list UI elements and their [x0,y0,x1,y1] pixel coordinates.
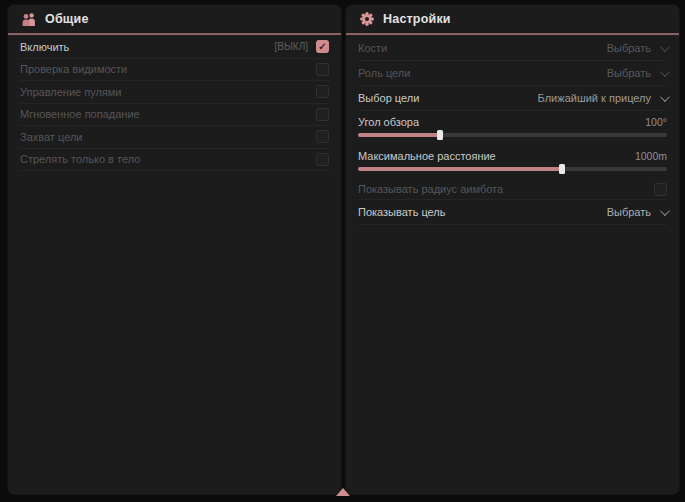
row-instant-hit: Мгновенное попадание [20,104,329,127]
fov-slider-fill [358,133,440,137]
row-bullet-control: Управление пулями [20,81,329,104]
visibility-check-checkbox[interactable] [316,63,329,76]
row-label: Стрелять только в тело [20,153,140,165]
row-label: Включить [20,41,69,53]
row-fov: Угол обзора 100° [358,111,667,145]
row-label: Показывать радиус аимбота [358,183,503,195]
body-only-checkbox[interactable] [316,153,329,166]
show-target-dropdown[interactable]: Выбрать [607,206,667,218]
fov-slider[interactable] [358,133,667,137]
row-label: Кости [358,42,387,54]
enable-checkbox[interactable]: ✓ [316,40,329,53]
chevron-down-icon [660,42,670,52]
chevron-down-icon [660,67,670,77]
row-label: Угол обзора [358,116,419,128]
users-icon [20,11,37,28]
target-role-dropdown[interactable]: Выбрать [607,67,667,79]
check-icon: ✓ [318,41,326,51]
row-max-distance: Максимальное расстояние 1000m [358,145,667,179]
scroll-up-indicator[interactable] [336,488,350,496]
panel-settings-header: Настройки [346,5,679,33]
row-target-role: Роль цели Выбрать [358,61,667,86]
row-bones: Кости Выбрать [358,36,667,61]
row-label: Захват цели [20,131,82,143]
bones-dropdown[interactable]: Выбрать [607,42,667,54]
gear-icon [358,11,375,28]
panel-title: Общие [45,12,89,26]
bullet-control-checkbox[interactable] [316,85,329,98]
row-label: Роль цели [358,67,410,79]
row-target-lock: Захват цели [20,126,329,149]
panel-title: Настройки [383,12,451,26]
fov-value: 100° [645,116,667,128]
row-show-target: Показывать цель Выбрать [358,200,667,225]
max-distance-slider-thumb[interactable] [559,164,565,174]
row-label: Выбор цели [358,92,419,104]
row-visibility-check: Проверка видимости [20,59,329,82]
max-distance-value: 1000m [635,150,667,162]
panel-general-header: Общие [8,5,341,33]
row-show-aimbot-radius: Показывать радиус аимбота [358,179,667,200]
show-aimbot-radius-checkbox[interactable] [654,183,667,196]
row-body-only: Стрелять только в тело [20,149,329,172]
row-label: Максимальное расстояние [358,150,496,162]
row-label: Проверка видимости [20,63,127,75]
panel-general: Общие Включить [ВЫКЛ] ✓ Проверка видимос… [8,5,341,494]
instant-hit-checkbox[interactable] [316,108,329,121]
chevron-down-icon [660,92,670,102]
max-distance-slider[interactable] [358,167,667,171]
target-selection-dropdown[interactable]: Ближайший к прицелу [538,92,667,104]
fov-slider-thumb[interactable] [437,130,443,140]
row-target-selection: Выбор цели Ближайший к прицелу [358,86,667,111]
target-lock-checkbox[interactable] [316,130,329,143]
row-enable: Включить [ВЫКЛ] ✓ [20,36,329,59]
hotkey-label[interactable]: [ВЫКЛ] [275,41,308,52]
panel-settings: Настройки Кости Выбрать Роль цели Выбрат… [346,5,679,494]
max-distance-slider-fill [358,167,562,171]
row-label: Мгновенное попадание [20,108,140,120]
row-label: Показывать цель [358,206,446,218]
chevron-down-icon [660,206,670,216]
row-label: Управление пулями [20,86,122,98]
